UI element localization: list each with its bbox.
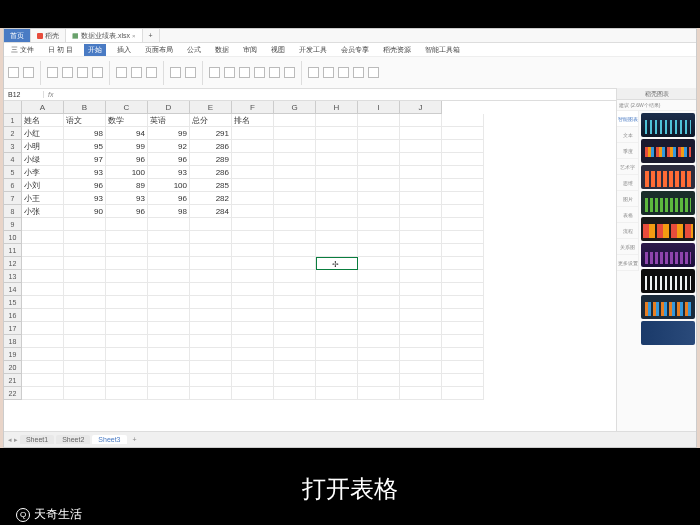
- tab-daoke[interactable]: 稻壳: [31, 29, 66, 42]
- cell[interactable]: [442, 231, 484, 244]
- sort-icon[interactable]: [269, 67, 280, 78]
- side-category[interactable]: 关系图: [617, 239, 638, 255]
- cell[interactable]: [274, 335, 316, 348]
- cell[interactable]: [148, 361, 190, 374]
- row-header[interactable]: 3: [4, 140, 22, 153]
- cell[interactable]: [232, 270, 274, 283]
- cell[interactable]: [232, 244, 274, 257]
- cell[interactable]: [442, 127, 484, 140]
- cell[interactable]: [274, 179, 316, 192]
- cell[interactable]: [400, 153, 442, 166]
- cell[interactable]: [274, 192, 316, 205]
- cell[interactable]: 284: [190, 205, 232, 218]
- row-header[interactable]: 13: [4, 270, 22, 283]
- cell[interactable]: [106, 244, 148, 257]
- merge-icon[interactable]: [146, 67, 157, 78]
- name-box[interactable]: B12: [4, 91, 44, 98]
- menu-tools[interactable]: 智能工具箱: [422, 45, 463, 55]
- cell[interactable]: [358, 361, 400, 374]
- row-header[interactable]: 18: [4, 335, 22, 348]
- cell[interactable]: [148, 257, 190, 270]
- chart-thumb-1[interactable]: [641, 113, 695, 137]
- row-header[interactable]: 4: [4, 153, 22, 166]
- menu-formula[interactable]: 公式: [184, 45, 204, 55]
- cell[interactable]: [442, 335, 484, 348]
- cell[interactable]: [64, 374, 106, 387]
- cell[interactable]: [358, 140, 400, 153]
- row-header[interactable]: 22: [4, 387, 22, 400]
- cell[interactable]: [400, 192, 442, 205]
- cell[interactable]: [190, 296, 232, 309]
- cell[interactable]: [442, 257, 484, 270]
- cell[interactable]: [274, 257, 316, 270]
- menu-member[interactable]: 会员专享: [338, 45, 372, 55]
- table-format-icon[interactable]: [224, 67, 235, 78]
- cell[interactable]: [232, 283, 274, 296]
- cell[interactable]: [316, 218, 358, 231]
- sum-icon[interactable]: [239, 67, 250, 78]
- cell[interactable]: [442, 205, 484, 218]
- col-header[interactable]: E: [190, 101, 232, 114]
- side-category[interactable]: 流程: [617, 223, 638, 239]
- cell[interactable]: 排名: [232, 114, 274, 127]
- side-title[interactable]: 稻壳图表: [617, 88, 696, 99]
- cell[interactable]: 97: [64, 153, 106, 166]
- row-header[interactable]: 15: [4, 296, 22, 309]
- cell[interactable]: [358, 348, 400, 361]
- cell[interactable]: [400, 283, 442, 296]
- cell[interactable]: [106, 218, 148, 231]
- cell[interactable]: [232, 309, 274, 322]
- cell[interactable]: [106, 387, 148, 400]
- cell[interactable]: [400, 309, 442, 322]
- cell[interactable]: [22, 387, 64, 400]
- cell[interactable]: 282: [190, 192, 232, 205]
- align-left-icon[interactable]: [116, 67, 127, 78]
- cell[interactable]: [274, 296, 316, 309]
- cell[interactable]: [64, 270, 106, 283]
- cell[interactable]: [22, 348, 64, 361]
- side-category[interactable]: 文本: [617, 127, 638, 143]
- cell[interactable]: [316, 387, 358, 400]
- cell[interactable]: [64, 309, 106, 322]
- side-category[interactable]: 季度: [617, 143, 638, 159]
- cell[interactable]: [22, 244, 64, 257]
- cell[interactable]: [358, 231, 400, 244]
- cell[interactable]: [316, 244, 358, 257]
- cell[interactable]: [106, 257, 148, 270]
- cell[interactable]: [64, 296, 106, 309]
- cell[interactable]: [232, 296, 274, 309]
- menu-resource[interactable]: 稻壳资源: [380, 45, 414, 55]
- cell[interactable]: [358, 387, 400, 400]
- cell[interactable]: 94: [106, 127, 148, 140]
- cell[interactable]: [358, 218, 400, 231]
- cell[interactable]: [358, 127, 400, 140]
- cell[interactable]: 92: [148, 140, 190, 153]
- cell[interactable]: [22, 270, 64, 283]
- cell[interactable]: [400, 127, 442, 140]
- cell[interactable]: [316, 153, 358, 166]
- cell[interactable]: [358, 309, 400, 322]
- row-header[interactable]: 1: [4, 114, 22, 127]
- cell[interactable]: [358, 322, 400, 335]
- tab-new[interactable]: +: [143, 29, 160, 42]
- cell[interactable]: [232, 374, 274, 387]
- cell[interactable]: [316, 309, 358, 322]
- cell[interactable]: [400, 348, 442, 361]
- bold-icon[interactable]: [62, 67, 73, 78]
- number-icon[interactable]: [185, 67, 196, 78]
- cell[interactable]: [442, 270, 484, 283]
- menu-file[interactable]: 三 文件: [8, 45, 37, 55]
- cell[interactable]: [232, 153, 274, 166]
- row-header[interactable]: 12: [4, 257, 22, 270]
- cell[interactable]: 小绿: [22, 153, 64, 166]
- cell[interactable]: [232, 348, 274, 361]
- cell[interactable]: [64, 387, 106, 400]
- cell[interactable]: [442, 192, 484, 205]
- cell[interactable]: [106, 335, 148, 348]
- cell[interactable]: [148, 218, 190, 231]
- cell[interactable]: 100: [106, 166, 148, 179]
- cell[interactable]: [190, 348, 232, 361]
- worksheet-icon[interactable]: [338, 67, 349, 78]
- cell[interactable]: [274, 166, 316, 179]
- cell[interactable]: [22, 309, 64, 322]
